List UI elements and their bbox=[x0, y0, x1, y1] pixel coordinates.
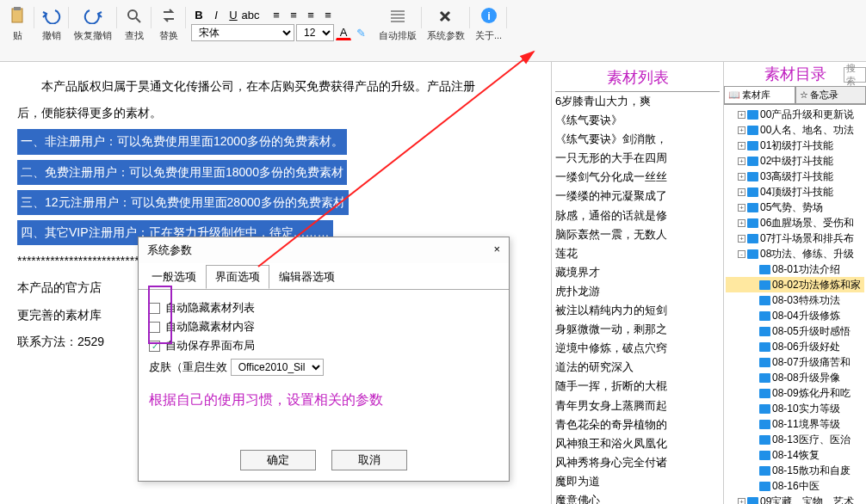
tab-ui[interactable]: 界面选项 bbox=[206, 265, 269, 289]
tab-library[interactable]: 📖素材库 bbox=[724, 86, 795, 104]
list-item[interactable]: 一只无形的大手在四周 bbox=[555, 149, 720, 168]
list-item[interactable]: 身躯微微一动，剩那之 bbox=[555, 320, 720, 339]
tree-row[interactable]: 08-06升级好处 bbox=[726, 339, 864, 354]
list-item[interactable]: 青年男女身上蒸腾而起 bbox=[555, 396, 720, 415]
tree-row[interactable]: +07打斗场景和排兵布 bbox=[726, 230, 864, 246]
tree-row[interactable]: 08-15散功和自废 bbox=[726, 463, 864, 478]
italic-button[interactable]: I bbox=[208, 7, 224, 22]
tree-row[interactable]: 08-14恢复 bbox=[726, 447, 864, 463]
list-item[interactable]: 《练气要诀》剑消散， bbox=[555, 130, 720, 149]
chk-hide-content[interactable] bbox=[149, 322, 160, 333]
list-item[interactable]: 逆境中修炼，破点穴窍 bbox=[555, 339, 720, 358]
list-item[interactable]: 莲花 bbox=[555, 244, 720, 263]
tree-row[interactable]: +00人名、地名、功法 bbox=[726, 122, 864, 138]
auto-layout-group[interactable]: 自动排版 bbox=[374, 3, 422, 42]
tree-row[interactable]: 08-11境界等级 bbox=[726, 416, 864, 432]
list-item[interactable]: 虎扑龙游 bbox=[555, 282, 720, 301]
auto-layout-icon bbox=[386, 3, 410, 28]
svg-rect-1 bbox=[14, 7, 21, 10]
list-item[interactable]: 脑际轰然一震，无数人 bbox=[555, 225, 720, 244]
tab-general[interactable]: 一般选项 bbox=[142, 265, 206, 289]
chk-hide-list[interactable] bbox=[149, 303, 160, 314]
list-item[interactable]: 6岁膝青山大力，爽 bbox=[555, 92, 720, 111]
list-item[interactable]: 《练气要诀》 bbox=[555, 111, 720, 130]
dialog-note: 根据自己的使用习惯，设置相关的参数 bbox=[149, 391, 498, 409]
chk-save-layout[interactable] bbox=[149, 341, 160, 352]
tree-row[interactable]: 08-05升级时感悟 bbox=[726, 323, 864, 339]
list-item[interactable]: 藏境界才 bbox=[555, 263, 720, 282]
underline-button[interactable]: U bbox=[226, 7, 241, 22]
material-list-title: 素材列表 bbox=[555, 65, 720, 92]
undo-icon bbox=[40, 3, 64, 28]
bold-button[interactable]: B bbox=[191, 7, 207, 22]
ok-button[interactable]: 确定 bbox=[240, 450, 316, 470]
tree-row[interactable]: +02中级打斗技能 bbox=[726, 153, 864, 169]
redo-group[interactable]: 恢复撤销 bbox=[69, 3, 117, 42]
svg-point-2 bbox=[128, 10, 137, 19]
align-right-button[interactable]: ≡ bbox=[303, 7, 319, 22]
material-tree[interactable]: +00产品升级和更新说+00人名、地名、功法+01初级打斗技能+02中级打斗技能… bbox=[724, 105, 866, 504]
tree-row[interactable]: 08-01功法介绍 bbox=[726, 261, 864, 277]
tree-row[interactable]: +09宝藏、宝物、艺术 bbox=[726, 494, 864, 504]
material-tree-panel: 素材目录 📖素材库 ☆备忘录 +00产品升级和更新说+00人名、地名、功法+01… bbox=[723, 62, 866, 504]
list-item[interactable]: 道法的研究深入 bbox=[555, 358, 720, 377]
paste-group[interactable]: 贴 bbox=[0, 3, 34, 42]
list-item[interactable]: 青色花朵的奇异植物的 bbox=[555, 415, 720, 434]
align-justify-button[interactable]: ≡ bbox=[320, 7, 336, 22]
align-left-button[interactable]: ≡ bbox=[269, 7, 284, 22]
tree-row[interactable]: 08-16中医 bbox=[726, 478, 864, 494]
tab-editor[interactable]: 编辑器选项 bbox=[269, 265, 344, 289]
about-group[interactable]: i 关于... bbox=[470, 3, 507, 42]
skin-select[interactable]: Office2010_Sil bbox=[231, 359, 324, 376]
tree-row[interactable]: +06血腥场景、受伤和 bbox=[726, 215, 864, 230]
book-icon: 📖 bbox=[728, 89, 740, 101]
align-center-button[interactable]: ≡ bbox=[286, 7, 301, 22]
list-item[interactable]: 一缕剑气分化成一丝丝 bbox=[555, 168, 720, 187]
tree-row[interactable]: 08-10实力等级 bbox=[726, 401, 864, 416]
list-item[interactable]: 风神秀将身心完全付诸 bbox=[555, 453, 720, 472]
replace-group[interactable]: 替换 bbox=[152, 3, 186, 42]
tree-row[interactable]: 08-08升级异像 bbox=[726, 370, 864, 385]
highlight-button[interactable]: ✎ bbox=[353, 25, 368, 40]
list-item[interactable]: 脉感，通俗的话就是修 bbox=[555, 206, 720, 225]
font-select[interactable]: 宋体 bbox=[191, 24, 294, 41]
close-icon[interactable]: × bbox=[493, 243, 500, 258]
list-item[interactable]: 随手一挥，折断的大棍 bbox=[555, 377, 720, 396]
list-item[interactable]: 被注以精纯内力的短剑 bbox=[555, 301, 720, 320]
sys-param-group[interactable]: 系统参数 bbox=[422, 3, 470, 42]
toolbar: 贴 撤销 恢复撤销 查找 替换 B I U abc ≡ ≡ ≡ ≡ 宋体 12 … bbox=[0, 0, 866, 62]
tree-row[interactable]: 08-07升级痛苦和 bbox=[726, 354, 864, 370]
tree-row[interactable]: +03高级打斗技能 bbox=[726, 169, 864, 184]
tree-row[interactable]: +00产品升级和更新说 bbox=[726, 107, 864, 122]
tier-1: 一、非注册用户：可以免费使用里面12000多份的免费素材。 bbox=[17, 129, 347, 154]
tree-row[interactable]: +01初级打斗技能 bbox=[726, 138, 864, 153]
tab-memo[interactable]: ☆备忘录 bbox=[795, 86, 867, 104]
tree-row[interactable]: +05气势、势场 bbox=[726, 200, 864, 215]
search-input[interactable]: 搜索 bbox=[844, 67, 866, 83]
tree-row[interactable]: 08-13医疗、医治 bbox=[726, 432, 864, 447]
tree-row[interactable]: 08-02功法修炼和家 bbox=[726, 277, 864, 292]
tree-row[interactable]: +04顶级打斗技能 bbox=[726, 184, 864, 200]
tree-row[interactable]: -08功法、修练、升级 bbox=[726, 246, 864, 261]
font-color-button[interactable]: A bbox=[336, 25, 351, 40]
material-list[interactable]: 6岁膝青山大力，爽《练气要诀》《练气要诀》剑消散，一只无形的大手在四周一缕剑气分… bbox=[555, 92, 720, 504]
star-icon: ☆ bbox=[800, 89, 808, 101]
find-group[interactable]: 查找 bbox=[117, 3, 152, 42]
list-item[interactable]: 魔意佛心 bbox=[555, 491, 720, 504]
list-item[interactable]: 风神狼王和浴火凤凰化 bbox=[555, 434, 720, 453]
tree-row[interactable]: 08-04升级修炼 bbox=[726, 308, 864, 323]
list-item[interactable]: 魔即为道 bbox=[555, 472, 720, 491]
strike-button[interactable]: abc bbox=[243, 7, 258, 22]
format-group: B I U abc ≡ ≡ ≡ ≡ 宋体 12 A ✎ bbox=[186, 3, 374, 45]
svg-text:i: i bbox=[487, 9, 491, 22]
paste-icon bbox=[5, 3, 29, 28]
info-icon: i bbox=[477, 3, 501, 28]
tree-row[interactable]: 08-03特殊功法 bbox=[726, 292, 864, 308]
dialog-titlebar[interactable]: 系统参数 × bbox=[139, 237, 509, 263]
size-select[interactable]: 12 bbox=[296, 24, 334, 41]
material-list-panel: 素材列表 6岁膝青山大力，爽《练气要诀》《练气要诀》剑消散，一只无形的大手在四周… bbox=[551, 62, 723, 504]
cancel-button[interactable]: 取消 bbox=[331, 450, 407, 470]
undo-group[interactable]: 撤销 bbox=[34, 3, 69, 42]
list-item[interactable]: 一缕缕的神元凝聚成了 bbox=[555, 187, 720, 206]
tree-row[interactable]: 08-09炼化丹和吃 bbox=[726, 385, 864, 401]
